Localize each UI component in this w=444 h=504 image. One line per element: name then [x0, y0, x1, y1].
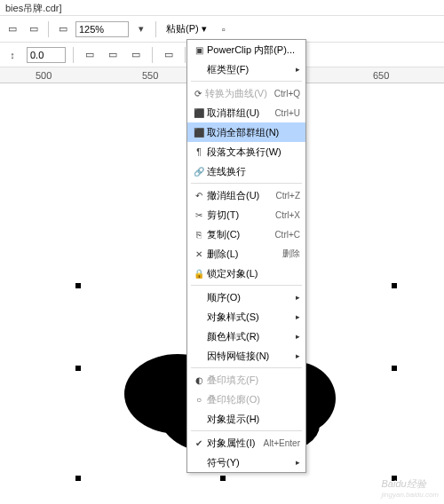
menu-shortcut: Alt+Enter: [264, 438, 300, 448]
menu-separator: [191, 81, 302, 82]
menu-label: 转换为曲线(V): [205, 87, 267, 100]
menu-label: PowerClip 内部(P)...: [207, 43, 300, 57]
menu-item[interactable]: ↶撤消组合(U)Ctrl+Z: [187, 185, 305, 205]
separator: [155, 21, 156, 37]
ruler-mark: 500: [36, 70, 52, 81]
menu-label: 对象提示(H): [207, 413, 300, 426]
ruler-mark: 650: [373, 70, 389, 81]
menu-item[interactable]: 框类型(F)▸: [187, 59, 305, 79]
tool-button[interactable]: ▭: [4, 20, 21, 38]
menu-item[interactable]: 颜色样式(R)▸: [187, 327, 305, 346]
tool-button[interactable]: ▭: [127, 46, 145, 64]
separator: [73, 47, 74, 63]
menu-separator: [191, 285, 302, 286]
menu-shortcut: Ctrl+Q: [274, 89, 300, 98]
selection-handle[interactable]: [75, 366, 81, 371]
menu-label: 锁定对象(L): [207, 267, 300, 280]
menu-item[interactable]: ¶段落文本换行(W): [187, 142, 305, 161]
tool-button[interactable]: ▭: [104, 46, 122, 64]
watermark-sub: jingyan.baidu.com: [382, 491, 439, 499]
selection-handle[interactable]: [392, 366, 397, 371]
menu-item[interactable]: ✔对象属性(I)Alt+Enter: [187, 433, 305, 453]
lock-icon: 🔒: [191, 266, 207, 280]
menu-label: 复制(C): [207, 228, 267, 241]
selection-handle[interactable]: [392, 283, 397, 288]
zoom-dropdown-icon[interactable]: ▾: [132, 20, 150, 38]
menu-label: 段落文本换行(W): [207, 146, 300, 159]
outline-icon: ○: [191, 392, 207, 406]
check-icon: [191, 412, 207, 426]
context-menu: ▣PowerClip 内部(P)...框类型(F)▸⟳转换为曲线(V)Ctrl+…: [186, 39, 306, 473]
tool-button[interactable]: ▭: [54, 20, 72, 38]
menu-item[interactable]: 🔒锁定对象(L): [187, 264, 305, 283]
separator: [48, 21, 49, 37]
blank-icon: [191, 455, 207, 469]
tool-button[interactable]: ▭: [160, 46, 178, 64]
menu-item[interactable]: 符号(Y)▸: [187, 453, 305, 472]
menu-item[interactable]: 对象提示(H): [187, 409, 305, 429]
delete-icon: ✕: [191, 247, 207, 261]
tool-button[interactable]: ▭: [81, 46, 99, 64]
menu-item[interactable]: 对象样式(S)▸: [187, 307, 305, 327]
menu-label: 剪切(T): [207, 209, 268, 222]
menu-label: 连线换行: [207, 165, 300, 178]
submenu-arrow-icon: ▸: [296, 332, 300, 341]
menu-shortcut: Ctrl+X: [275, 210, 300, 220]
cut-icon: ✂: [191, 208, 207, 222]
menu-label: 删除(L): [207, 248, 275, 261]
separator: [185, 47, 186, 63]
convert-icon: ⟳: [191, 86, 205, 100]
selection-handle[interactable]: [75, 476, 81, 481]
nudge-input[interactable]: [27, 47, 66, 63]
menu-item[interactable]: ▣PowerClip 内部(P)...: [187, 40, 305, 59]
submenu-arrow-icon: ▸: [296, 293, 300, 302]
chevron-down-icon: ▾: [202, 23, 207, 35]
menu-item[interactable]: 🔗连线换行: [187, 161, 305, 181]
submenu-arrow-icon: ▸: [296, 351, 300, 360]
undo-icon: ↶: [191, 188, 207, 202]
menu-shortcut: Ctrl+C: [274, 230, 300, 240]
menu-label: 叠印填充(F): [207, 374, 300, 387]
tool-button[interactable]: ▭: [25, 20, 43, 38]
check-on-icon: ✔: [191, 436, 207, 450]
submenu-arrow-icon: ▸: [296, 65, 300, 74]
menu-item: ⟳转换为曲线(V)Ctrl+Q: [187, 83, 305, 103]
menu-item[interactable]: ✕删除(L)删除: [187, 244, 305, 264]
watermark-main: Baidu经验: [382, 478, 426, 489]
menu-label: 取消群组(U): [207, 106, 267, 120]
blank-icon: [191, 329, 207, 343]
blank-icon: [191, 290, 207, 304]
title-bar: bies吊牌.cdr]: [0, 0, 444, 16]
blank-icon: [191, 310, 207, 324]
menu-label: 取消全部群组(N): [207, 126, 300, 139]
menu-label: 符号(Y): [207, 456, 292, 469]
nudge-icon: ↕: [4, 46, 21, 64]
menu-label: 颜色样式(R): [207, 330, 292, 343]
powerclip-icon: ▣: [191, 43, 207, 57]
menu-item[interactable]: ⬛取消全部群组(N): [187, 122, 305, 142]
fill-icon: ◐: [191, 373, 207, 387]
selection-handle[interactable]: [75, 283, 81, 288]
paragraph-icon: ¶: [191, 145, 207, 159]
zoom-input[interactable]: [75, 21, 129, 37]
tool-button[interactable]: ▫: [215, 20, 233, 38]
menu-separator: [191, 183, 302, 184]
menu-item[interactable]: 顺序(O)▸: [187, 287, 305, 307]
menu-item: ◐叠印填充(F): [187, 370, 305, 390]
document-title: bies吊牌.cdr]: [5, 3, 62, 13]
paste-label: 粘贴(P): [166, 22, 199, 35]
selection-handle[interactable]: [220, 476, 226, 481]
menu-label: 框类型(F): [207, 63, 292, 76]
watermark: Baidu经验 jingyan.baidu.com: [382, 476, 439, 499]
menu-item[interactable]: 因特网链接(N)▸: [187, 346, 305, 366]
menu-label: 因特网链接(N): [207, 350, 292, 363]
blank-icon: [191, 62, 207, 76]
submenu-arrow-icon: ▸: [296, 312, 300, 321]
paste-dropdown[interactable]: 粘贴(P) ▾: [162, 20, 211, 37]
menu-item[interactable]: ✂剪切(T)Ctrl+X: [187, 205, 305, 224]
ruler-mark: 550: [142, 70, 158, 81]
menu-item[interactable]: ⬛取消群组(U)Ctrl+U: [187, 103, 305, 122]
menu-item[interactable]: ⎘复制(C)Ctrl+C: [187, 224, 305, 244]
menu-separator: [191, 367, 302, 368]
menu-label: 对象样式(S): [207, 311, 292, 324]
